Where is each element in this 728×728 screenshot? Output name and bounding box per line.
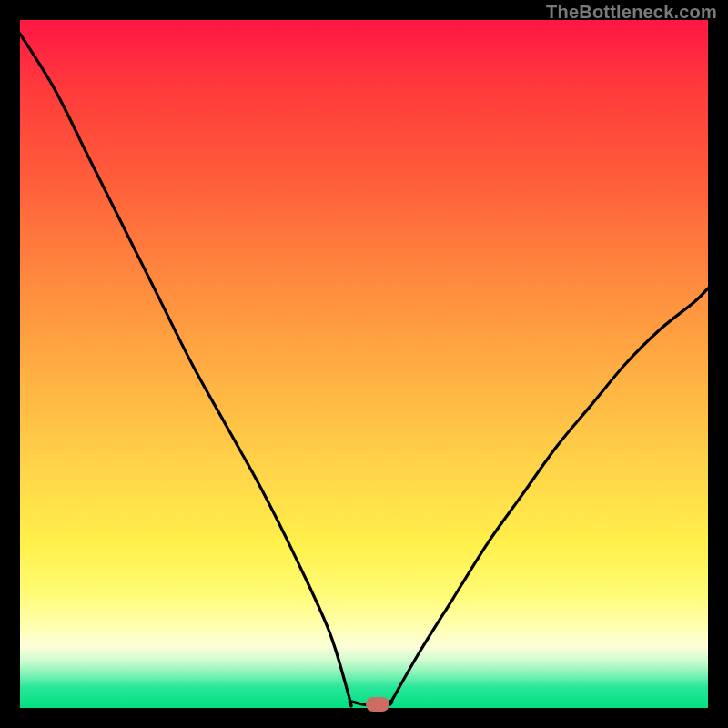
outer-frame: TheBottleneck.com	[0, 0, 728, 728]
curve-layer	[20, 20, 708, 708]
minimum-marker	[366, 697, 389, 712]
plot-area	[20, 20, 708, 708]
bottleneck-curve	[20, 34, 708, 706]
watermark-text: TheBottleneck.com	[546, 2, 717, 23]
